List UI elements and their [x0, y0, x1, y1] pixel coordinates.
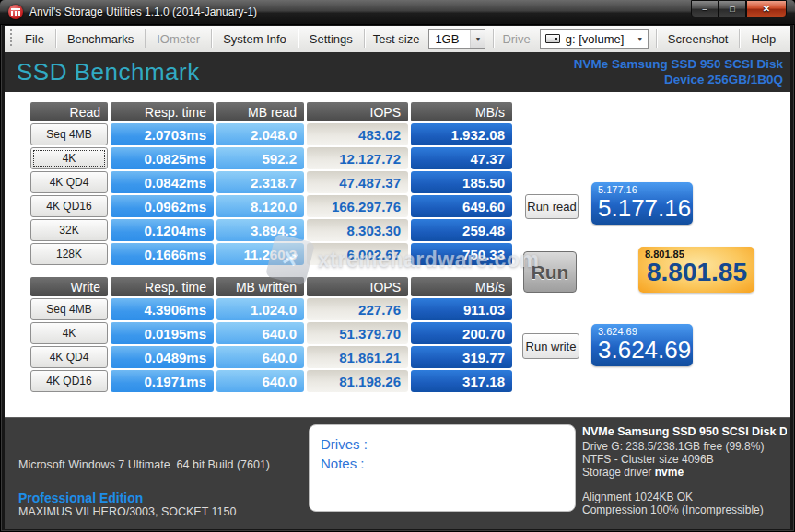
test-size-value: 1GB: [429, 32, 470, 46]
run-write-button[interactable]: Run write: [522, 333, 579, 359]
title-bar[interactable]: Anvil's Storage Utilities 1.1.0 (2014-Ja…: [0, 0, 795, 25]
total-score-large: 8.801.85: [645, 260, 747, 285]
iops-value: 6.002.67: [307, 243, 408, 265]
mb-written-value: 640.0: [216, 346, 304, 368]
resp-time-value: 0.1666ms: [111, 243, 214, 265]
write-score-large: 3.624.69: [598, 337, 685, 363]
resp-time-value: 0.0195ms: [111, 322, 214, 344]
mbs-value: 200.70: [411, 322, 512, 344]
mbs-value: 259.48: [411, 219, 512, 241]
menu-separator: [364, 29, 365, 48]
benchmark-header-band: SSD Benchmark NVMe Samsung SSD 950 SCSI …: [5, 52, 790, 92]
os-line: Microsoft Windows 7 Ultimate 64 bit Buil…: [18, 457, 270, 473]
read-score-badge: 5.177.16 5.177.16: [591, 182, 693, 225]
iops-value: 227.76: [307, 298, 408, 320]
anvil-app-icon: [8, 5, 23, 19]
read-row-label[interactable]: 4K QD16: [30, 195, 108, 217]
mb-read-value: 11.260.3: [216, 243, 304, 265]
write-table: Write Resp. time MB written IOPS MB/s Se…: [30, 277, 512, 392]
run-read-button[interactable]: Run read: [525, 194, 579, 219]
iops-col-header: IOPS: [307, 277, 408, 296]
read-row-label[interactable]: 4K QD4: [30, 171, 108, 193]
drive-select[interactable]: g: [volume] ▼: [540, 29, 649, 49]
menu-separator: [211, 29, 212, 48]
drive-info-title: NVMe Samsung SSD 950 SCSI Disk Dev: [582, 425, 787, 438]
spacer: [582, 479, 787, 491]
menu-separator: [493, 29, 494, 48]
read-row-label[interactable]: Seq 4MB: [30, 123, 108, 145]
iops-value: 12.127.72: [307, 147, 408, 169]
menu-system-info[interactable]: System Info: [213, 29, 297, 49]
mbs-value: 317.18: [411, 370, 512, 392]
mbs-value: 1.932.08: [411, 123, 512, 145]
menu-screenshot[interactable]: Screenshot: [658, 29, 739, 49]
mb-written-value: 1.024.0: [216, 298, 304, 320]
minimize-icon[interactable]: –: [691, 0, 719, 17]
menu-file[interactable]: File: [15, 29, 54, 49]
iops-value: 166.297.76: [307, 195, 408, 217]
drive-capacity-line: Drive G: 238.5/238.1GB free (99.8%): [582, 440, 787, 453]
total-score-badge: 8.801.85 8.801.85: [638, 247, 754, 293]
drive-label: Drive: [495, 32, 537, 46]
toolbar-grip-icon[interactable]: [6, 29, 15, 48]
device-line2: Device 256GB/1B0Q: [574, 72, 783, 87]
iops-value: 8.303.30: [307, 219, 408, 241]
iops-value: 483.02: [307, 123, 408, 145]
resp-time-value: 0.0489ms: [111, 346, 214, 368]
storage-driver-label: Storage driver: [582, 466, 655, 479]
menu-separator: [145, 29, 146, 48]
mbs-value: 47.37: [411, 147, 512, 169]
main-panel: Read Resp. time MB read IOPS MB/s Seq 4M…: [5, 92, 790, 417]
menu-help[interactable]: Help: [741, 29, 786, 49]
mb-written-col-header: MB written: [216, 277, 304, 296]
drive-icon: [545, 34, 560, 43]
test-size-select[interactable]: 1GB ▼: [428, 29, 485, 49]
read-row-label[interactable]: 4K: [30, 147, 108, 169]
drives-notes-box[interactable]: Drives : Notes :: [309, 424, 576, 512]
drives-label: Drives :: [321, 434, 564, 454]
mb-read-value: 3.894.3: [216, 219, 304, 241]
menu-settings[interactable]: Settings: [299, 29, 363, 49]
write-row-label[interactable]: 4K QD4: [30, 346, 108, 368]
read-row-label[interactable]: 32K: [30, 219, 108, 241]
close-icon[interactable]: ✕: [746, 0, 787, 17]
mbs-col-header: MB/s: [411, 277, 512, 296]
run-button[interactable]: Run: [523, 251, 577, 293]
test-size-label: Test size: [366, 32, 427, 46]
resp-time-col-header: Resp. time: [111, 102, 214, 121]
notes-label: Notes :: [321, 454, 564, 473]
app-window: Anvil's Storage Utilities 1.1.0 (2014-Ja…: [0, 0, 795, 532]
window-title: Anvil's Storage Utilities 1.1.0 (2014-Ja…: [29, 6, 257, 18]
mbs-value: 649.60: [411, 195, 512, 217]
write-col-header: Write: [30, 277, 108, 296]
mbs-value: 185.50: [411, 171, 512, 193]
iops-value: 81.861.21: [307, 346, 408, 368]
iops-value: 81.198.26: [307, 370, 408, 392]
alignment-line: Alignment 1024KB OK: [582, 491, 787, 503]
write-row-label[interactable]: Seq 4MB: [30, 298, 108, 320]
chevron-down-icon[interactable]: ▼: [470, 30, 485, 48]
mb-written-value: 640.0: [216, 322, 304, 344]
resp-time-value: 0.0962ms: [111, 195, 214, 217]
iops-col-header: IOPS: [307, 102, 408, 121]
chevron-down-icon[interactable]: ▼: [633, 30, 648, 48]
resp-time-value: 4.3906ms: [111, 298, 214, 320]
compression-line: Compression 100% (Incompressible): [582, 503, 787, 516]
resp-time-value: 0.1204ms: [111, 219, 214, 241]
read-score-large: 5.177.16: [598, 195, 685, 221]
iops-value: 51.379.70: [307, 322, 408, 344]
resp-time-value: 2.0703ms: [111, 123, 214, 145]
mb-read-value: 8.120.0: [216, 195, 304, 217]
mb-read-col-header: MB read: [216, 102, 304, 121]
menu-separator: [739, 29, 740, 48]
edition-label: Professional Edition: [18, 491, 143, 505]
menu-benchmarks[interactable]: Benchmarks: [57, 29, 144, 49]
read-row-label[interactable]: 128K: [30, 243, 108, 265]
write-row-label[interactable]: 4K QD16: [30, 370, 108, 392]
mbs-col-header: MB/s: [411, 102, 512, 121]
mbs-value: 750.33: [411, 243, 512, 265]
maximize-icon[interactable]: □: [719, 0, 746, 17]
storage-driver-line: Storage driver nvme: [582, 466, 787, 479]
mbs-value: 911.03: [411, 298, 512, 320]
write-row-label[interactable]: 4K: [30, 322, 108, 344]
